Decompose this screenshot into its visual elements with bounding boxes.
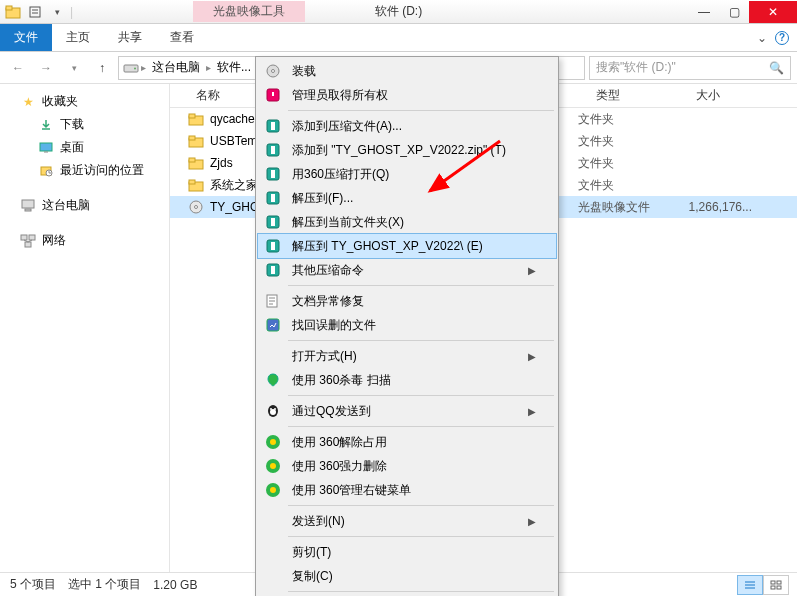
menu-separator: [288, 340, 554, 341]
menu-item[interactable]: 文档异常修复: [258, 289, 556, 313]
sidebar-favorites[interactable]: ★收藏夹: [0, 90, 169, 113]
360av-icon: [262, 370, 284, 390]
tab-home[interactable]: 主页: [52, 24, 104, 51]
menu-item[interactable]: 其他压缩命令▶: [258, 258, 556, 282]
tab-share[interactable]: 共享: [104, 24, 156, 51]
close-button[interactable]: ✕: [749, 1, 797, 23]
menu-item-label: 使用 360管理右键菜单: [292, 482, 536, 499]
menu-item-label: 添加到压缩文件(A)...: [292, 118, 536, 135]
minimize-button[interactable]: —: [689, 1, 719, 23]
chevron-right-icon: ▶: [528, 406, 536, 417]
nav-recent-dropdown[interactable]: ▾: [62, 56, 86, 80]
help-icon[interactable]: ?: [775, 31, 789, 45]
svg-rect-24: [189, 136, 195, 140]
sidebar-desktop[interactable]: 桌面: [0, 136, 169, 159]
file-type-label: 文件夹: [570, 177, 670, 194]
svg-point-6: [134, 67, 136, 69]
col-type[interactable]: 类型: [588, 87, 688, 104]
search-input[interactable]: 搜索"软件 (D:)" 🔍: [589, 56, 791, 80]
menu-item-label: 用360压缩打开(Q): [292, 166, 536, 183]
svg-point-62: [270, 439, 276, 445]
chevron-right-icon: ▶: [528, 265, 536, 276]
menu-separator: [288, 395, 554, 396]
properties-icon[interactable]: [26, 3, 44, 21]
menu-separator: [288, 285, 554, 286]
menu-item[interactable]: 通过QQ发送到▶: [258, 399, 556, 423]
admin-icon: [262, 85, 284, 105]
svg-rect-16: [21, 235, 27, 240]
svg-rect-42: [271, 122, 275, 130]
menu-item-label: 管理员取得所有权: [292, 87, 536, 104]
menu-item-label: 使用 360杀毒 扫描: [292, 372, 536, 389]
file-size-label: 1,266,176...: [670, 200, 760, 214]
360-icon: [262, 456, 284, 476]
sidebar-recent[interactable]: 最近访问的位置: [0, 159, 169, 182]
tab-file[interactable]: 文件: [0, 24, 52, 51]
svg-rect-14: [22, 200, 34, 208]
sidebar: ★收藏夹 下载 桌面 最近访问的位置 这台电脑 网络: [0, 84, 170, 572]
chevron-right-icon[interactable]: ▸: [206, 62, 211, 73]
menu-separator: [288, 426, 554, 427]
breadcrumb-this-pc[interactable]: 这台电脑: [148, 59, 204, 76]
svg-point-60: [274, 408, 276, 410]
folder-icon: [188, 155, 204, 171]
zip-icon: [262, 212, 284, 232]
menu-separator: [288, 591, 554, 592]
menu-item[interactable]: 解压到当前文件夹(X): [258, 210, 556, 234]
sidebar-item-label: 这台电脑: [42, 197, 90, 214]
maximize-button[interactable]: ▢: [719, 1, 749, 23]
svg-rect-52: [271, 242, 275, 250]
col-size[interactable]: 大小: [688, 87, 778, 104]
star-icon: ★: [20, 94, 36, 110]
menu-item-label: 其他压缩命令: [292, 262, 520, 279]
nav-up-button[interactable]: ↑: [90, 56, 114, 80]
menu-item[interactable]: 剪切(T): [258, 540, 556, 564]
svg-rect-8: [40, 143, 52, 151]
menu-item-label: 使用 360解除占用: [292, 434, 536, 451]
menu-item[interactable]: 解压到(F)...: [258, 186, 556, 210]
menu-item[interactable]: 复制(C): [258, 564, 556, 588]
menu-item[interactable]: 使用 360管理右键菜单: [258, 478, 556, 502]
computer-icon: [20, 198, 36, 214]
menu-item[interactable]: 发送到(N)▶: [258, 509, 556, 533]
menu-item-label: 解压到 TY_GHOST_XP_V2022\ (E): [292, 238, 536, 255]
menu-item[interactable]: 解压到 TY_GHOST_XP_V2022\ (E): [258, 234, 556, 258]
sidebar-this-pc[interactable]: 这台电脑: [0, 194, 169, 217]
sidebar-network[interactable]: 网络: [0, 229, 169, 252]
tab-view[interactable]: 查看: [156, 24, 208, 51]
menu-item-label: 剪切(T): [292, 544, 536, 561]
recover-icon: [262, 315, 284, 335]
menu-item[interactable]: 用360压缩打开(Q): [258, 162, 556, 186]
zip-icon: [262, 164, 284, 184]
nav-back-button[interactable]: ←: [6, 56, 30, 80]
menu-item[interactable]: 装载: [258, 59, 556, 83]
zip-icon: [262, 116, 284, 136]
svg-point-39: [272, 70, 275, 73]
ribbon-expand-icon[interactable]: ⌄: [757, 31, 767, 45]
menu-item[interactable]: 管理员取得所有权: [258, 83, 556, 107]
breadcrumb-software[interactable]: 软件...: [213, 59, 255, 76]
iso-icon: [188, 199, 204, 215]
menu-item[interactable]: 使用 360解除占用: [258, 430, 556, 454]
file-name-label: USBTem: [210, 134, 257, 148]
sidebar-item-label: 下载: [60, 116, 84, 133]
menu-item[interactable]: 打开方式(H)▶: [258, 344, 556, 368]
svg-rect-36: [771, 586, 775, 589]
desktop-icon: [38, 140, 54, 156]
search-icon[interactable]: 🔍: [769, 61, 784, 75]
sidebar-downloads[interactable]: 下载: [0, 113, 169, 136]
repair-icon: [262, 291, 284, 311]
menu-item[interactable]: 使用 360杀毒 扫描: [258, 368, 556, 392]
menu-item[interactable]: 添加到压缩文件(A)...: [258, 114, 556, 138]
qat-dropdown-icon[interactable]: ▾: [48, 3, 66, 21]
svg-rect-2: [30, 7, 40, 17]
chevron-right-icon[interactable]: ▸: [141, 62, 146, 73]
menu-item[interactable]: 添加到 "TY_GHOST_XP_V2022.zip" (T): [258, 138, 556, 162]
view-details-button[interactable]: [737, 575, 763, 595]
qq-icon: [262, 401, 284, 421]
menu-item[interactable]: 找回误删的文件: [258, 313, 556, 337]
svg-rect-1: [6, 6, 12, 10]
blank-icon: [262, 566, 284, 586]
menu-item[interactable]: 使用 360强力删除: [258, 454, 556, 478]
view-thumbs-button[interactable]: [763, 575, 789, 595]
